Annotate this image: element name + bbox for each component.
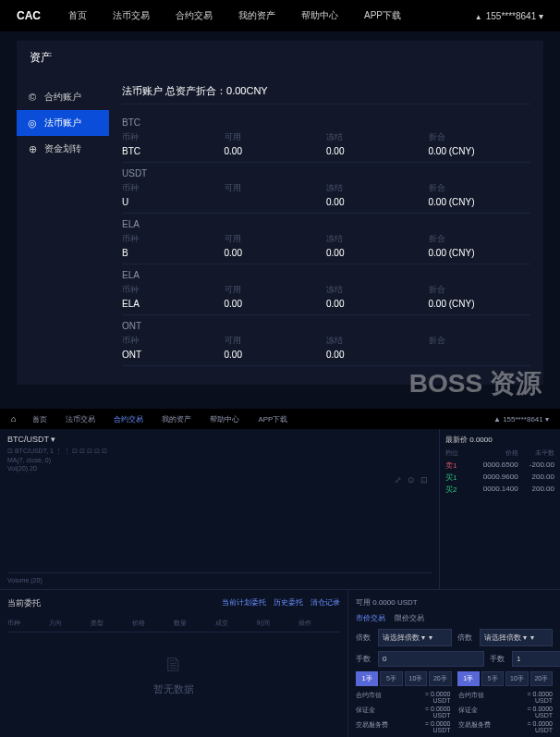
settings-icon[interactable]: ⊙ [408, 475, 415, 485]
preset-20b[interactable]: 20手 [530, 671, 553, 686]
trade-panel: 可用 0.0000 USDT 市价交易 限价交易 倍数 请选择倍数 ▾ 倍数 请… [347, 590, 560, 737]
chart-indicator-vol: Vol(20) 20 [7, 465, 432, 472]
user-menu-2[interactable]: ▲ 155****8641 ▾ [493, 415, 549, 424]
trade-tabs: 市价交易 限价交易 [356, 613, 553, 623]
nav-home[interactable]: 首页 [68, 9, 87, 22]
chart-indicator-ma: MA(7, close, 0) [7, 457, 432, 463]
asset-title: ELA [122, 270, 530, 280]
qty-label-2: 手数 [490, 654, 508, 664]
asset-block: USDT 币种U 可用 冻结0.00 折合0.00 (CNY) [122, 163, 530, 214]
qty-presets-buy: 1手 5手 10手 20手 [356, 671, 452, 686]
preset-5[interactable]: 5手 [380, 671, 402, 686]
main-nav: 首页 法币交易 合约交易 我的资产 帮助中心 APP下载 [68, 9, 475, 22]
qty-input-sell[interactable] [512, 651, 560, 667]
assets-content: © 合约账户 ◎ 法币账户 ⊕ 资金划转 法币账户 总资产折合：0.00CNY … [17, 75, 543, 385]
preset-10[interactable]: 10手 [405, 671, 427, 686]
tab-market[interactable]: 市价交易 [356, 613, 385, 623]
sidebar-item-transfer[interactable]: ⊕ 资金划转 [17, 136, 109, 162]
asset-title: ONT [122, 321, 530, 331]
available-balance: 可用 0.0000 USDT [356, 597, 553, 608]
qty-label: 手数 [356, 654, 374, 664]
expand-icon[interactable]: ⤢ [395, 475, 402, 485]
watermark: BOSS 资源 [0, 366, 560, 401]
sidebar-item-fiat[interactable]: ◎ 法币账户 [17, 110, 109, 136]
nav-help[interactable]: 帮助中心 [301, 9, 338, 22]
leverage-select-sell[interactable]: 请选择倍数 ▾ [480, 629, 554, 646]
asset-block: ELA 币种B 可用0.00 冻结0.00 折合0.00 (CNY) [122, 214, 530, 264]
top-header: CAC 首页 法币交易 合约交易 我的资产 帮助中心 APP下载 155****… [0, 0, 560, 31]
logo: CAC [17, 9, 41, 22]
orders-empty: 🗎 暂无数据 [7, 633, 340, 717]
orders-panel: 当前委托 当前计划委托 历史委托 清仓记录 币种方向类型价格数量成交时间操作 🗎… [0, 590, 347, 737]
asset-block: ELA 币种ELA 可用0.00 冻结0.00 折合0.00 (CNY) [122, 264, 530, 315]
nav2-fiat[interactable]: 法币交易 [66, 414, 95, 424]
link-plan-orders[interactable]: 当前计划委托 [222, 598, 266, 607]
asset-title: ELA [122, 219, 530, 229]
nav-assets[interactable]: 我的资产 [238, 9, 275, 22]
asset-block: BTC 币种BTC 可用0.00 冻结0.00 折合0.00 (CNY) [122, 112, 530, 163]
leverage-label-2: 倍数 [457, 633, 476, 643]
nav2-app[interactable]: APP下载 [258, 414, 287, 424]
preset-1[interactable]: 1手 [356, 671, 378, 686]
nav2-contract[interactable]: 合约交易 [114, 414, 143, 424]
preset-5b[interactable]: 5手 [481, 671, 504, 686]
asset-title: USDT [122, 168, 530, 178]
preset-1b[interactable]: 1手 [457, 671, 480, 686]
nav2-home[interactable]: 首页 [32, 414, 47, 424]
transfer-icon: ⊕ [26, 142, 39, 155]
link-close-records[interactable]: 清仓记录 [310, 598, 340, 607]
page-title: 资产 [17, 41, 543, 75]
account-summary: 法币账户 总资产折合：0.00CNY [122, 84, 530, 104]
user-menu[interactable]: 155****8641 ▾ [475, 11, 543, 21]
orderbook-row[interactable]: 卖10000.6500-200.00 [445, 460, 554, 472]
orderbook-title: 最新价 0.0000 [445, 435, 554, 445]
tab-limit[interactable]: 限价交易 [395, 613, 424, 623]
trading-header: ⌂ 首页 法币交易 合约交易 我的资产 帮助中心 APP下载 ▲ 155****… [0, 409, 560, 429]
chart-toolbar[interactable]: ⊡ BTC/USDT, 1 ⋮ ⋮ ⊡ ⊡ ⊡ ⊡ ⊡ [7, 448, 432, 455]
leverage-label: 倍数 [356, 633, 374, 643]
fiat-icon: ◎ [26, 117, 39, 129]
orderbook-row[interactable]: 买10000.9600200.00 [445, 472, 554, 484]
sidebar-item-contract[interactable]: © 合约账户 [17, 84, 109, 110]
orders-columns: 币种方向类型价格数量成交时间操作 [7, 615, 340, 633]
trading-body: BTC/USDT ▾ ⊡ BTC/USDT, 1 ⋮ ⋮ ⊡ ⊡ ⊡ ⊡ ⊡ M… [0, 429, 560, 589]
qty-presets-sell: 1手 5手 10手 20手 [457, 671, 554, 686]
preset-10b[interactable]: 10手 [505, 671, 528, 686]
orders-title: 当前委托 当前计划委托 历史委托 清仓记录 [7, 597, 340, 609]
trading-nav: 首页 法币交易 合约交易 我的资产 帮助中心 APP下载 [32, 414, 493, 424]
orderbook-head: 档位 价格 未平数 [445, 448, 554, 458]
chart-canvas[interactable]: ⤢ ⊙ ⊡ [7, 473, 432, 573]
bottom-section: 当前委托 当前计划委托 历史委托 清仓记录 币种方向类型价格数量成交时间操作 🗎… [0, 589, 560, 737]
logo-2: ⌂ [11, 414, 16, 424]
leverage-select-buy[interactable]: 请选择倍数 ▾ [378, 629, 452, 646]
asset-title: BTC [122, 117, 530, 128]
nav-fiat[interactable]: 法币交易 [113, 9, 150, 22]
nav2-help[interactable]: 帮助中心 [210, 414, 239, 424]
trading-section: ⌂ 首页 法币交易 合约交易 我的资产 帮助中心 APP下载 ▲ 155****… [0, 409, 560, 737]
fee-info: 合约市值= 0.0000 USDT 合约市值= 0.0000 USDT 保证金=… [356, 691, 553, 733]
sidebar: © 合约账户 ◎ 法币账户 ⊕ 资金划转 [17, 75, 109, 385]
orderbook-row[interactable]: 买20000.1400200.00 [445, 484, 554, 496]
qty-input-buy[interactable] [378, 651, 484, 667]
chart-volume-label: Volume (20) [7, 573, 432, 583]
sidebar-item-label: 资金划转 [44, 142, 81, 155]
asset-block: ONT 币种ONT 可用0.00 冻结0.00 折合 [122, 315, 530, 366]
nav2-assets[interactable]: 我的资产 [162, 414, 191, 424]
sidebar-item-label: 法币账户 [44, 117, 81, 129]
empty-icon: 🗎 [7, 653, 340, 677]
nav-contract[interactable]: 合约交易 [176, 9, 213, 22]
link-history[interactable]: 历史委托 [274, 598, 303, 607]
chart-panel: BTC/USDT ▾ ⊡ BTC/USDT, 1 ⋮ ⋮ ⊡ ⊡ ⊡ ⊡ ⊡ M… [0, 429, 440, 589]
assets-main: 法币账户 总资产折合：0.00CNY BTC 币种BTC 可用0.00 冻结0.… [109, 75, 543, 385]
contract-icon: © [26, 91, 39, 104]
chart-pair[interactable]: BTC/USDT ▾ [7, 435, 432, 444]
camera-icon[interactable]: ⊡ [420, 475, 428, 485]
preset-20[interactable]: 20手 [429, 671, 451, 686]
orderbook-panel: 最新价 0.0000 档位 价格 未平数 卖10000.6500-200.00买… [440, 429, 560, 589]
nav-app[interactable]: APP下载 [364, 9, 401, 22]
sidebar-item-label: 合约账户 [44, 91, 81, 104]
